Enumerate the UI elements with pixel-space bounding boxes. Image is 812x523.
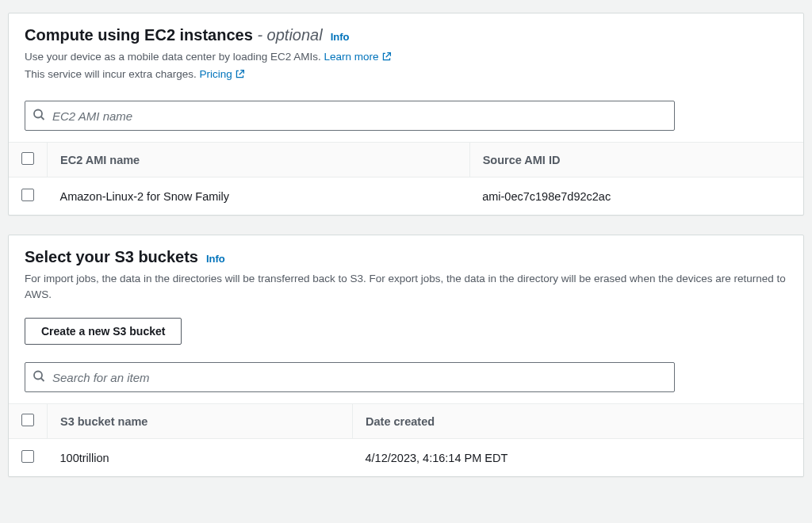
search-icon <box>33 109 45 124</box>
ec2-title: Compute using EC2 instances <box>25 26 253 44</box>
ec2-select-all-checkbox[interactable] <box>21 152 34 165</box>
s3-row-name: 100trillion <box>48 439 353 477</box>
s3-panel: Select your S3 buckets Info For import j… <box>8 235 804 477</box>
s3-panel-header: Select your S3 buckets Info For import j… <box>9 235 803 311</box>
external-link-icon <box>235 68 245 84</box>
learn-more-link[interactable]: Learn more <box>324 51 391 63</box>
svg-point-0 <box>34 110 42 118</box>
s3-col-date[interactable]: Date created <box>353 404 803 439</box>
ec2-row-checkbox[interactable] <box>21 189 34 201</box>
ec2-row-name: Amazon-Linux-2 for Snow Family <box>48 178 470 216</box>
ec2-info-link[interactable]: Info <box>331 31 350 43</box>
s3-bucket-table: S3 bucket name Date created 100trillion … <box>9 403 803 476</box>
ec2-ami-search-input[interactable] <box>25 101 675 131</box>
svg-point-1 <box>34 372 42 380</box>
s3-info-link[interactable]: Info <box>206 253 225 265</box>
s3-title: Select your S3 buckets <box>25 248 198 266</box>
external-link-icon <box>381 51 392 67</box>
s3-select-all-checkbox[interactable] <box>21 414 34 426</box>
pricing-link[interactable]: Pricing <box>200 68 245 80</box>
ec2-panel-header: Compute using EC2 instances - optional I… <box>9 13 803 93</box>
s3-search-wrap <box>25 362 675 392</box>
create-s3-bucket-button[interactable]: Create a new S3 bucket <box>25 318 182 345</box>
ec2-ami-table: EC2 AMI name Source AMI ID Amazon-Linux-… <box>9 142 803 215</box>
s3-col-name[interactable]: S3 bucket name <box>48 404 353 439</box>
ec2-panel: Compute using EC2 instances - optional I… <box>8 13 804 216</box>
s3-row-checkbox[interactable] <box>21 450 34 463</box>
s3-row-date: 4/12/2023, 4:16:14 PM EDT <box>353 439 803 477</box>
table-row: 100trillion 4/12/2023, 4:16:14 PM EDT <box>9 439 803 477</box>
ec2-row-source: ami-0ec7c198e7d92c2ac <box>469 178 803 216</box>
search-icon <box>33 370 45 385</box>
ec2-description: Use your device as a mobile data center … <box>25 49 787 83</box>
s3-search-input[interactable] <box>25 362 675 392</box>
ec2-optional-label: - optional <box>253 26 323 44</box>
ec2-search-wrap <box>25 101 675 131</box>
ec2-col-source[interactable]: Source AMI ID <box>469 143 803 178</box>
table-row: Amazon-Linux-2 for Snow Family ami-0ec7c… <box>9 178 803 216</box>
s3-description: For import jobs, the data in the directo… <box>25 271 787 302</box>
ec2-col-name[interactable]: EC2 AMI name <box>48 143 470 178</box>
